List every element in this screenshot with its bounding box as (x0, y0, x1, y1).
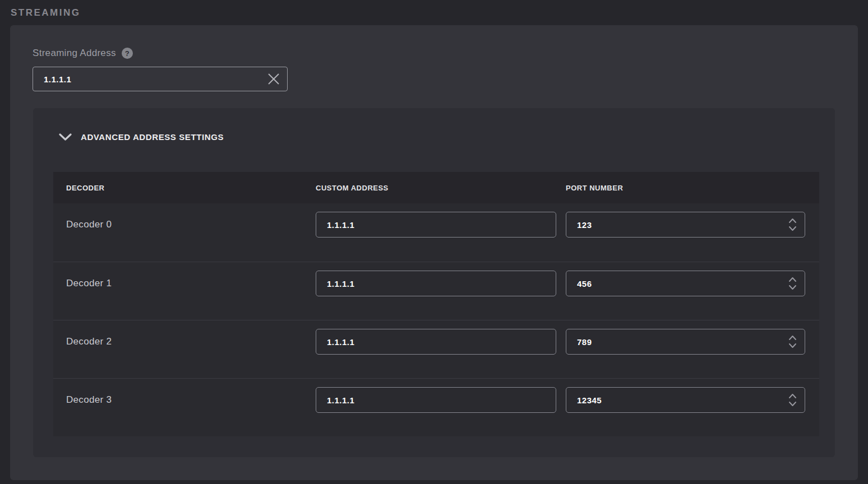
table-row-decoder-0: Decoder 0 (53, 203, 819, 262)
custom-address-field (316, 387, 556, 413)
custom-address-field (316, 212, 556, 238)
advanced-settings-toggle[interactable]: ADVANCED ADDRESS SETTINGS (59, 132, 224, 142)
port-number-field (566, 387, 805, 413)
page-title: STREAMING (11, 7, 81, 18)
decoder-name: Decoder 0 (53, 212, 316, 238)
decoder-name: Decoder 3 (53, 387, 316, 413)
advanced-settings-title: ADVANCED ADDRESS SETTINGS (81, 132, 224, 142)
streaming-address-label: Streaming Address (33, 48, 116, 59)
streaming-address-field (33, 67, 288, 91)
custom-address-field (316, 329, 556, 355)
port-number-field (566, 329, 805, 355)
clear-icon[interactable] (266, 71, 281, 87)
help-icon[interactable]: ? (122, 48, 133, 59)
port-number-input[interactable] (566, 388, 805, 412)
number-stepper-icon[interactable] (786, 392, 798, 408)
column-header-decoder: DECODER (53, 172, 316, 203)
streaming-address-input[interactable] (33, 67, 287, 91)
chevron-down-icon (59, 133, 72, 141)
decoder-table: DECODER CUSTOM ADDRESS PORT NUMBER Decod… (53, 172, 819, 436)
number-stepper-icon[interactable] (786, 333, 798, 350)
number-stepper-icon[interactable] (786, 275, 798, 292)
custom-address-input[interactable] (316, 329, 556, 354)
column-header-port-number: PORT NUMBER (566, 172, 819, 203)
custom-address-input[interactable] (316, 271, 556, 296)
port-number-field (566, 212, 805, 238)
decoder-name: Decoder 1 (53, 271, 316, 296)
table-row-decoder-2: Decoder 2 (53, 320, 819, 378)
port-number-input[interactable] (566, 212, 805, 237)
decoder-name: Decoder 2 (53, 329, 316, 355)
decoder-table-header: DECODER CUSTOM ADDRESS PORT NUMBER (53, 172, 819, 203)
streaming-settings-panel: Streaming Address ? ADVANCED ADDRESS SET… (10, 25, 858, 480)
port-number-input[interactable] (566, 329, 805, 354)
advanced-address-settings-section: ADVANCED ADDRESS SETTINGS DECODER CUSTOM… (33, 108, 835, 457)
custom-address-input[interactable] (316, 212, 556, 237)
column-header-custom-address: CUSTOM ADDRESS (316, 172, 566, 203)
port-number-input[interactable] (566, 271, 805, 296)
table-row-decoder-3: Decoder 3 (53, 378, 819, 436)
port-number-field (566, 271, 805, 296)
table-row-decoder-1: Decoder 1 (53, 262, 819, 320)
custom-address-input[interactable] (316, 388, 556, 412)
number-stepper-icon[interactable] (786, 216, 798, 233)
custom-address-field (316, 271, 556, 296)
